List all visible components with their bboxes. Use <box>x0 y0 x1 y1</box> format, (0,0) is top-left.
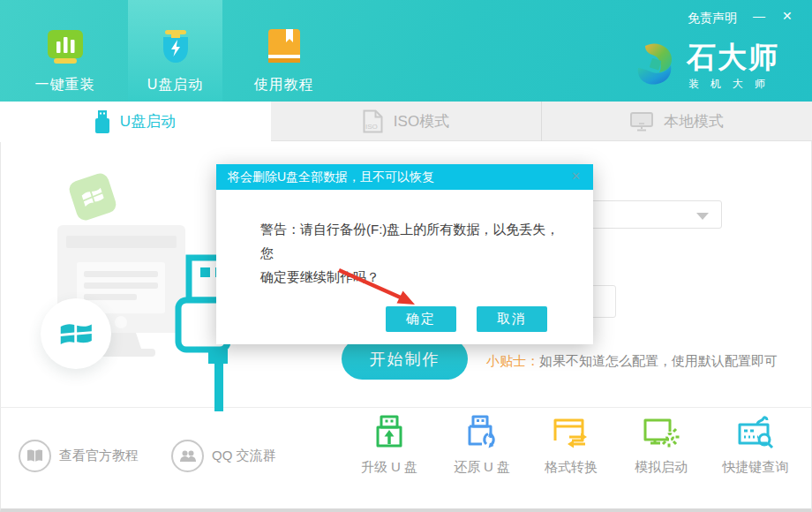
tool-label: 还原 U 盘 <box>454 459 510 476</box>
qq-group-link[interactable]: QQ 交流群 <box>171 440 276 472</box>
footer-bar: 查看官方教程 QQ 交流群 <box>0 407 812 512</box>
usb-restore-icon <box>462 414 501 453</box>
tip-label: 小贴士： <box>486 353 539 368</box>
mode-tab-label: 本地模式 <box>664 111 724 132</box>
start-make-button[interactable]: 开始制作 <box>342 338 468 380</box>
dialog-message: 警告：请自行备份(F:)盘上的所有数据，以免丢失，您 确定要继续制作吗？ <box>260 217 565 289</box>
windows-flag-icon <box>76 180 109 214</box>
svg-text:ISO: ISO <box>365 123 378 131</box>
mode-tab-iso[interactable]: ISO ISO模式 <box>271 102 541 141</box>
tab-label: 使用教程 <box>254 76 314 94</box>
hotkey-search-icon <box>736 414 775 453</box>
tool-label: 格式转换 <box>545 459 598 476</box>
tool-format-convert[interactable]: 格式转换 <box>523 414 620 476</box>
iso-file-icon: ISO <box>363 109 383 133</box>
brand: 石大师 装机大师 <box>632 41 779 92</box>
tab-label: 一键重装 <box>35 76 95 94</box>
tab-one-key-reinstall[interactable]: 一键重装 <box>18 0 112 102</box>
app-window: 开始制作 小贴士：如果不知道怎么配置，使用默认配置即可 一键重装 U盘启动 <box>0 0 812 512</box>
usb-stick-icon <box>95 110 109 133</box>
tab-label: U盘启动 <box>147 76 204 94</box>
mode-tab-label: U盘启动 <box>120 111 176 132</box>
dialog-titlebar: 将会删除U盘全部数据，且不可以恢复 <box>216 164 593 190</box>
tab-tutorial[interactable]: 使用教程 <box>237 0 331 102</box>
mode-tab-bar: U盘启动 ISO ISO模式 本地模式 <box>0 102 812 141</box>
dialog-message-line: 警告：请自行备份(F:)盘上的所有数据，以免丢失，您 <box>260 217 565 265</box>
mode-tab-local[interactable]: 本地模式 <box>541 102 812 141</box>
book-circle-icon <box>19 440 51 472</box>
usb-upgrade-icon <box>370 414 409 453</box>
warning-dialog: 将会删除U盘全部数据，且不可以恢复 ✕ 警告：请自行备份(F:)盘上的所有数据，… <box>216 164 593 344</box>
official-tutorial-link[interactable]: 查看官方教程 <box>19 440 139 472</box>
disclaimer-link[interactable]: 免责声明 <box>688 11 737 26</box>
shield-bolt-icon <box>154 26 197 68</box>
tool-label: 升级 U 盘 <box>361 459 417 476</box>
app-header: 一键重装 U盘启动 使用教程 免责声明 — ✕ <box>0 0 812 102</box>
tool-simulate-boot[interactable]: 模拟启动 <box>613 414 710 476</box>
windows-flag-icon <box>56 313 96 354</box>
chevron-down-icon <box>696 213 709 220</box>
brand-subtitle: 装机大师 <box>688 77 779 92</box>
cancel-button[interactable]: 取消 <box>477 306 547 332</box>
book-icon <box>263 26 305 68</box>
dialog-message-line: 确定要继续制作吗？ <box>260 265 565 289</box>
tip-row: 小贴士：如果不知道怎么配置，使用默认配置即可 <box>486 353 778 370</box>
chart-icon <box>44 26 86 68</box>
monitor-icon <box>630 112 653 132</box>
brand-logo <box>632 41 678 87</box>
tip-text: 如果不知道怎么配置，使用默认配置即可 <box>539 353 778 368</box>
close-button[interactable]: ✕ <box>782 9 793 23</box>
minimize-button[interactable]: — <box>753 9 765 23</box>
tool-hotkey-query[interactable]: 快捷键查询 <box>707 414 804 476</box>
dialog-close-icon[interactable]: ✕ <box>571 169 581 184</box>
mode-tab-label: ISO模式 <box>394 111 449 132</box>
people-circle-icon <box>171 440 204 472</box>
format-convert-icon <box>552 414 590 453</box>
tool-upgrade-usb[interactable]: 升级 U 盘 <box>341 414 438 476</box>
mode-tab-usb-boot[interactable]: U盘启动 <box>0 102 271 142</box>
tool-restore-usb[interactable]: 还原 U 盘 <box>433 414 530 476</box>
simulate-boot-icon <box>642 414 680 453</box>
tab-usb-boot[interactable]: U盘启动 <box>128 0 222 102</box>
tool-label: 快捷键查询 <box>723 459 789 476</box>
confirm-button[interactable]: 确定 <box>386 306 456 332</box>
brand-name: 石大师 <box>687 41 779 73</box>
tool-label: 模拟启动 <box>635 459 688 476</box>
footer-link-label: 查看官方教程 <box>59 448 139 464</box>
footer-link-label: QQ 交流群 <box>212 448 276 464</box>
windows-logo-circle <box>41 298 111 369</box>
